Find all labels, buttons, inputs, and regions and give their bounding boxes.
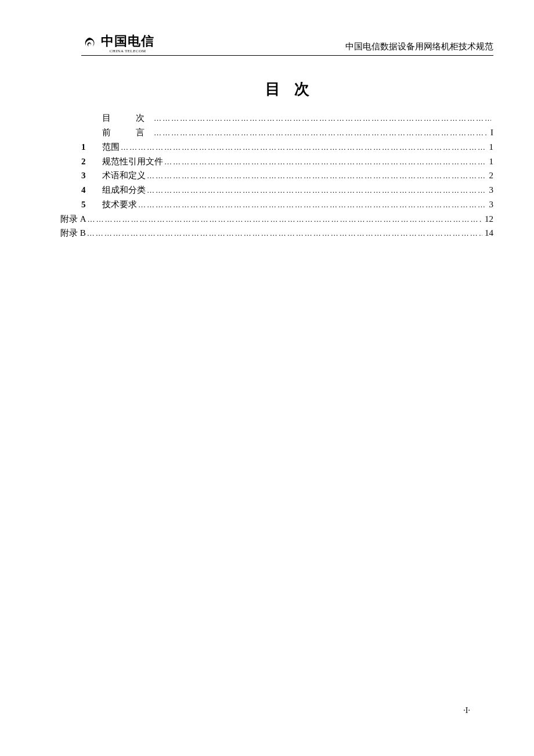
brand-logo: 中国电信 CHINA TELECOM — [81, 35, 154, 53]
toc-label: 范围 — [102, 140, 120, 154]
toc-leader-dots — [120, 141, 487, 153]
toc-page-num: 1 — [487, 154, 494, 169]
document-page: 中国电信 CHINA TELECOM 中国电信数据设备用网络机柜技术规范 目次 … — [0, 0, 534, 275]
toc-num: 2 — [81, 154, 102, 169]
toc-page-num: I — [488, 125, 493, 140]
toc-leader-dots — [86, 213, 482, 225]
toc-leader-dots — [137, 199, 487, 211]
toc-entry: 3 术语和定义 2 — [81, 168, 493, 183]
toc-label: 附录 A — [60, 212, 86, 226]
toc-label: 前 言 — [102, 125, 153, 140]
toc-entry: 4 组成和分类 3 — [81, 183, 493, 197]
toc-leader-dots — [153, 112, 491, 124]
toc-entry: 2 规范性引用文件 1 — [81, 154, 493, 169]
toc-heading: 目次 — [81, 79, 493, 99]
toc-page-num: 14 — [482, 226, 493, 240]
logo-text: 中国电信 CHINA TELECOM — [101, 35, 154, 53]
toc-page-num: 1 — [487, 140, 494, 154]
toc-label: 术语和定义 — [102, 168, 146, 183]
toc-page-num: 3 — [487, 197, 494, 212]
toc-entry: 目 次 — [81, 111, 493, 125]
toc-leader-dots — [146, 184, 487, 196]
toc-leader-dots — [86, 227, 482, 239]
toc-entry: 5 技术要求 3 — [81, 197, 493, 212]
toc-label: 附录 B — [60, 226, 86, 240]
toc-leader-dots — [146, 170, 487, 182]
telecom-swirl-icon — [81, 36, 98, 52]
logo-text-en: CHINA TELECOM — [110, 49, 146, 53]
table-of-contents: 目 次 前 言 I 1 范围 1 2 规范性引用文件 1 3 术语和定义 2 — [81, 111, 493, 240]
toc-entry: 附录 B 14 — [60, 226, 493, 240]
toc-page-num: 2 — [487, 168, 494, 183]
toc-entry: 前 言 I — [81, 125, 493, 140]
logo-text-cn: 中国电信 — [101, 35, 154, 48]
toc-label: 目 次 — [102, 111, 153, 125]
toc-num: 5 — [81, 197, 102, 212]
toc-num: 3 — [81, 168, 102, 183]
toc-leader-dots — [153, 127, 488, 139]
toc-label: 技术要求 — [102, 197, 137, 212]
toc-page-num: 12 — [482, 212, 493, 226]
page-header: 中国电信 CHINA TELECOM 中国电信数据设备用网络机柜技术规范 — [81, 35, 493, 56]
toc-label: 规范性引用文件 — [102, 154, 163, 169]
toc-num: 4 — [81, 183, 102, 197]
toc-num: 1 — [81, 140, 102, 154]
toc-entry: 附录 A 12 — [60, 212, 493, 226]
document-title: 中国电信数据设备用网络机柜技术规范 — [345, 41, 493, 53]
toc-page-num: 3 — [487, 183, 494, 197]
toc-label: 组成和分类 — [102, 183, 146, 197]
toc-leader-dots — [163, 156, 487, 168]
page-number-footer: ·I· — [463, 706, 470, 715]
toc-entry: 1 范围 1 — [81, 140, 493, 154]
